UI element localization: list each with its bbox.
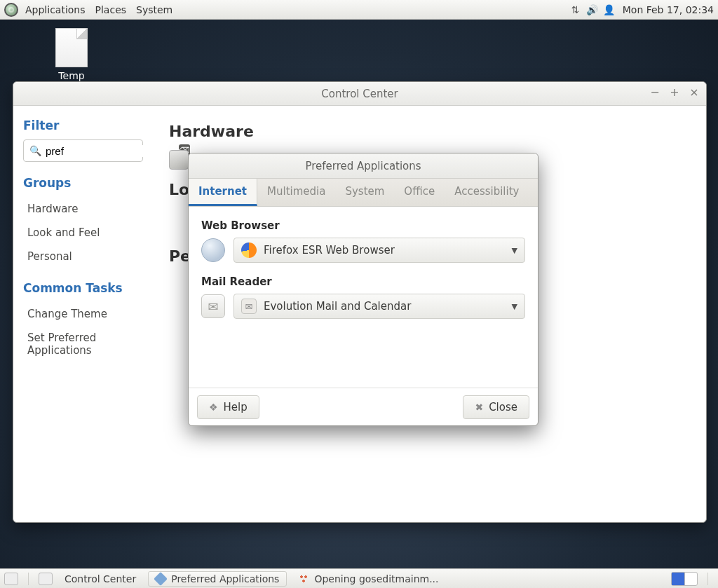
menu-places[interactable]: Places <box>95 4 127 15</box>
tab-internet[interactable]: Internet <box>189 179 257 206</box>
help-button[interactable]: ❖ Help <box>197 395 259 419</box>
taskbar-item-label: Control Center <box>65 573 136 584</box>
control-center-titlebar[interactable]: Control Center − + × <box>13 82 706 106</box>
taskbar-item-label: Preferred Applications <box>171 573 279 584</box>
file-icon <box>55 28 88 67</box>
globe-icon <box>201 238 225 262</box>
mail-reader-value: Evolution Mail and Calendar <box>264 300 411 313</box>
task-change-theme[interactable]: Change Theme <box>23 302 143 326</box>
taskbar: Control Center Preferred Applications Op… <box>0 568 718 588</box>
power-management-icon <box>169 150 189 170</box>
app-icon <box>154 572 168 586</box>
dialog-titlebar[interactable]: Preferred Applications <box>189 153 538 179</box>
network-icon[interactable]: ⇅ <box>569 4 582 16</box>
tab-multimedia[interactable]: Multimedia <box>257 179 335 206</box>
sidebar-group-lookandfeel[interactable]: Look and Feel <box>23 221 143 245</box>
envelope-icon <box>201 294 225 318</box>
help-icon: ❖ <box>209 402 218 413</box>
sidebar-group-personal[interactable]: Personal <box>23 245 143 268</box>
groups-heading: Groups <box>23 176 143 190</box>
close-button[interactable]: ✖ Close <box>463 395 529 419</box>
show-desktop-icon[interactable] <box>4 573 18 585</box>
close-icon: ✖ <box>475 402 483 413</box>
evolution-icon <box>241 299 257 314</box>
window-list-icon[interactable] <box>39 573 53 585</box>
filter-heading: Filter <box>23 118 143 132</box>
search-icon: 🔍 <box>29 145 41 156</box>
common-tasks-heading: Common Tasks <box>23 281 143 295</box>
clock[interactable]: Mon Feb 17, 02:34 <box>623 4 714 15</box>
control-center-sidebar: Filter 🔍 ⌫ Groups Hardware Look and Feel… <box>13 106 154 522</box>
preferred-applications-dialog: Preferred Applications Internet Multimed… <box>188 153 538 426</box>
web-browser-heading: Web Browser <box>201 219 525 232</box>
dialog-content: Web Browser Firefox ESR Web Browser ▼ Ma… <box>189 207 538 388</box>
dialog-tabs: Internet Multimedia System Office Access… <box>189 179 538 207</box>
taskbar-item-preferred-applications[interactable]: Preferred Applications <box>148 571 287 587</box>
desktop-icon-label: Temp <box>43 70 100 81</box>
window-close-icon[interactable]: × <box>688 86 700 99</box>
close-label: Close <box>489 401 517 413</box>
task-set-preferred[interactable]: Set Preferred Applications <box>23 326 143 362</box>
top-panel: Applications Places System ⇅ 🔊 👤 Mon Feb… <box>0 0 718 20</box>
workspace-1[interactable] <box>672 573 685 585</box>
user-icon[interactable]: 👤 <box>603 4 616 16</box>
taskbar-item-control-center[interactable]: Control Center <box>57 571 144 587</box>
sidebar-group-hardware[interactable]: Hardware <box>23 197 143 221</box>
workspace-switcher[interactable] <box>671 572 698 586</box>
loading-icon <box>299 574 309 584</box>
desktop-icon-temp[interactable]: Temp <box>43 28 100 81</box>
panel-menus: Applications Places System <box>25 4 172 15</box>
help-label: Help <box>224 401 248 413</box>
volume-icon[interactable]: 🔊 <box>586 4 599 16</box>
firefox-icon <box>241 242 257 258</box>
filter-search: 🔍 ⌫ <box>23 139 143 162</box>
taskbar-item-label: Opening goseditmainm... <box>314 573 438 584</box>
window-maximize-icon[interactable]: + <box>668 86 681 99</box>
web-browser-value: Firefox ESR Web Browser <box>264 244 395 257</box>
window-title: Control Center <box>321 88 398 100</box>
mail-reader-select[interactable]: Evolution Mail and Calendar ▼ <box>233 294 525 319</box>
menu-system[interactable]: System <box>136 4 172 15</box>
workspace-2[interactable] <box>685 573 698 585</box>
tab-system[interactable]: System <box>335 179 394 206</box>
tab-office[interactable]: Office <box>394 179 445 206</box>
web-browser-select[interactable]: Firefox ESR Web Browser ▼ <box>233 238 525 263</box>
distro-logo-icon <box>4 3 18 17</box>
chevron-down-icon: ▼ <box>512 302 517 311</box>
window-controls: − + × <box>649 86 700 99</box>
dialog-title: Preferred Applications <box>305 160 421 172</box>
dialog-button-bar: ❖ Help ✖ Close <box>189 388 538 425</box>
chevron-down-icon: ▼ <box>512 246 517 255</box>
mail-reader-heading: Mail Reader <box>201 275 525 288</box>
tab-accessibility[interactable]: Accessibility <box>445 179 529 206</box>
menu-applications[interactable]: Applications <box>25 4 86 15</box>
taskbar-item-opening[interactable]: Opening goseditmainm... <box>291 571 446 587</box>
window-minimize-icon[interactable]: − <box>649 86 661 99</box>
system-tray: ⇅ 🔊 👤 Mon Feb 17, 02:34 <box>569 4 714 16</box>
section-heading-hardware: Hardware <box>169 123 691 140</box>
